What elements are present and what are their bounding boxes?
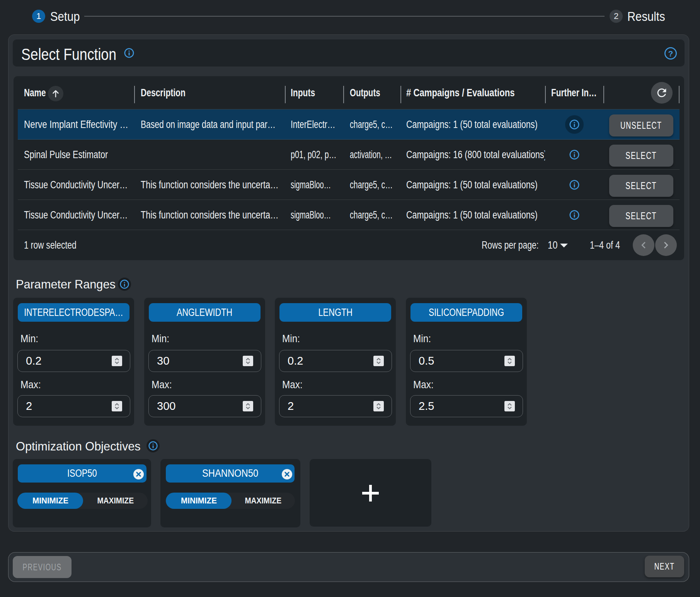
svg-text:?: ? xyxy=(668,49,673,58)
